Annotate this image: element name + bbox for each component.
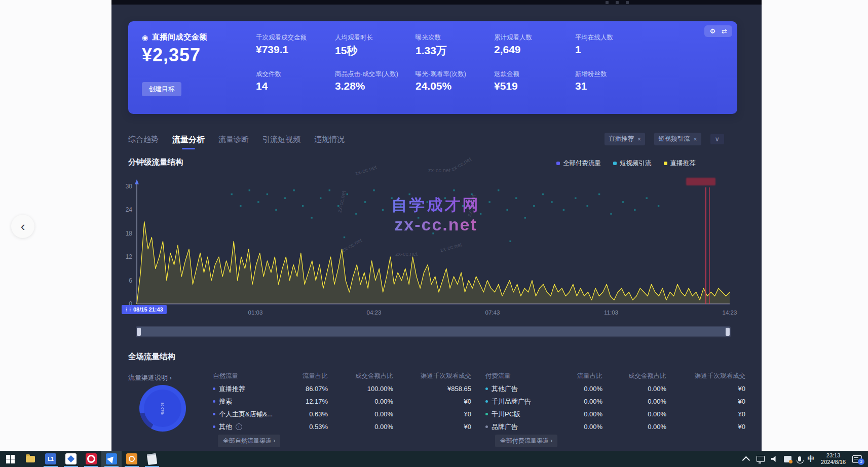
metric-label: 曝光次数 — [416, 33, 441, 42]
cell-share: 0.53% — [279, 423, 328, 431]
slider-range[interactable] — [137, 327, 730, 336]
windows-logo-icon — [6, 455, 15, 463]
bullet-icon — [485, 387, 488, 390]
window-control-icon[interactable] — [616, 1, 619, 4]
microphone-icon[interactable] — [798, 456, 801, 461]
taskbar-app-orange[interactable] — [122, 451, 142, 467]
table-row-label: 搜索 — [213, 397, 279, 406]
watermark-small: zx-cc.net — [450, 156, 472, 172]
bullet-icon — [213, 413, 215, 415]
metric-label: 成交件数 — [256, 70, 281, 79]
file-explorer-icon[interactable] — [20, 451, 41, 467]
ime-indicator[interactable]: 中 — [808, 454, 815, 463]
metric-value: 3.28% — [335, 80, 365, 92]
close-icon[interactable]: × — [694, 136, 697, 143]
x-axis-start-label[interactable]: ⋮⋮ 08/15 21:43 — [122, 305, 167, 314]
all-natural-channels-link[interactable]: 全部自然流量渠道 › — [218, 435, 280, 447]
chart-legend: 全部付费流量 短视频引流 直播推荐 — [556, 159, 696, 168]
svg-text:6: 6 — [129, 277, 132, 284]
back-arrow-icon: ‹ — [21, 219, 25, 235]
notification-icon[interactable]: 3 — [852, 455, 862, 463]
cell-gmv-share: 0.00% — [328, 398, 393, 405]
cell-share: 12.17% — [279, 398, 328, 405]
speaker-icon[interactable] — [771, 456, 777, 462]
gear-icon[interactable]: ⚙ — [709, 27, 715, 35]
column-header: 渠道千次观看成交 — [393, 372, 471, 380]
metric-label: 商品点击-成交率(人数) — [335, 70, 398, 79]
red-marker-line — [705, 187, 706, 304]
column-header: 渠道千次观看成交 — [666, 372, 745, 380]
metric-label: 累计观看人数 — [494, 33, 532, 42]
bullet-icon — [213, 387, 215, 390]
metric-column: 累计观看人数 2,649 退款金额 ¥519 — [494, 21, 570, 114]
tray-chevron-up-icon[interactable] — [742, 456, 750, 464]
legend-label: 全部付费流量 — [563, 159, 601, 168]
table-row-label: 其他广告 — [485, 384, 553, 394]
bullet-icon — [485, 413, 488, 415]
tab-violations[interactable]: 违规情况 — [314, 135, 345, 149]
slider-handle-left[interactable] — [137, 328, 141, 336]
clock[interactable]: 23:13 2024/8/16 — [821, 452, 846, 465]
window-control-icon[interactable] — [626, 1, 629, 4]
table-row-label: 直播推荐 — [213, 384, 279, 394]
clock-date: 2024/8/16 — [821, 459, 846, 465]
table-row-label: 千川品牌广告 — [485, 397, 553, 406]
metric-value: ¥739.1 — [256, 44, 288, 56]
tab-traffic-diagnosis[interactable]: 流量诊断 — [218, 135, 249, 149]
bullet-icon — [485, 400, 488, 403]
metric-label: 平均在线人数 — [575, 33, 613, 42]
tab-traffic-analysis[interactable]: 流量分析 — [172, 135, 205, 149]
taskbar-app-notepad[interactable] — [142, 451, 162, 467]
cell-gmv-share: 0.00% — [328, 410, 393, 418]
svg-text:01:03: 01:03 — [248, 309, 263, 316]
info-icon[interactable]: i — [236, 423, 242, 430]
network-icon[interactable] — [757, 456, 765, 462]
filter-chip-live-recommend[interactable]: 直播推荐 × — [605, 133, 645, 145]
taskbar-app-opera[interactable] — [81, 451, 101, 467]
table-row-label: 个人主页&店铺&... — [213, 410, 279, 419]
taskbar-app-meeting[interactable] — [61, 451, 81, 467]
window-control-icon[interactable] — [606, 1, 609, 4]
natural-traffic-table: 自然流量 流量占比 成交金额占比 渠道千次观看成交 直播推荐 86.07% 10… — [213, 370, 471, 433]
table-row-label: 千川PC版 — [485, 410, 553, 419]
back-button[interactable]: ‹ — [11, 215, 34, 238]
legend-short-video[interactable]: 短视频引流 — [613, 159, 652, 168]
create-goal-button[interactable]: 创建目标 — [142, 82, 181, 96]
metric-label: 曝光-观看率(次数) — [416, 70, 466, 79]
slider-handle-right[interactable] — [726, 328, 730, 336]
taskbar-app-l1[interactable]: L1 — [41, 451, 61, 467]
svg-text:04:23: 04:23 — [367, 309, 382, 316]
metric-label: 人均观看时长 — [335, 33, 373, 42]
start-button[interactable] — [0, 451, 20, 467]
screenshot-tool-icon[interactable] — [784, 456, 791, 462]
cell-share: 0.00% — [553, 410, 602, 418]
column-header: 流量占比 — [279, 372, 328, 380]
legend-label: 短视频引流 — [620, 159, 652, 168]
chart-range-slider[interactable] — [136, 326, 731, 337]
chevron-down-icon[interactable]: ∨ — [710, 134, 725, 144]
all-paid-channels-link[interactable]: 全部付费流量渠道 › — [495, 435, 557, 447]
taskbar-app-browser-active[interactable] — [101, 451, 122, 467]
taskbar: L1 中 23:13 2024/8/16 3 — [0, 451, 868, 467]
cell-per-mille: ¥0 — [393, 398, 471, 405]
metric-value: 2,649 — [494, 44, 521, 56]
close-icon[interactable]: × — [637, 136, 641, 143]
tab-short-video[interactable]: 引流短视频 — [262, 135, 300, 149]
column-header: 成交金额占比 — [602, 372, 666, 380]
clock-time: 23:13 — [821, 452, 846, 459]
swap-icon[interactable]: ⇄ — [722, 27, 727, 35]
cell-gmv-share: 0.00% — [328, 423, 393, 431]
minute-traffic-chart[interactable]: 061218243001:0304:2307:4311:0314:23 — [111, 172, 750, 320]
metric-value: 31 — [575, 80, 587, 92]
legend-live-recommend[interactable]: 直播推荐 — [664, 159, 696, 168]
summary-card: ◉ 直播间成交金额 ¥2,357 创建目标 ⚙ ⇄ 千次观看成交金额 ¥739.… — [128, 21, 737, 114]
tab-overall-trend[interactable]: 综合趋势 — [128, 135, 159, 149]
legend-paid-traffic[interactable]: 全部付费流量 — [556, 159, 601, 168]
channel-note-link[interactable]: 流量渠道说明 › — [128, 373, 172, 382]
filter-chip-short-video[interactable]: 短视频引流 × — [654, 133, 701, 145]
cell-gmv-share: 100.00% — [328, 385, 393, 393]
cell-gmv-share: 0.00% — [602, 423, 666, 431]
cell-per-mille: ¥0 — [393, 423, 471, 431]
full-traffic-title: 全场流量结构 — [128, 352, 175, 362]
browser-icon — [106, 453, 117, 464]
